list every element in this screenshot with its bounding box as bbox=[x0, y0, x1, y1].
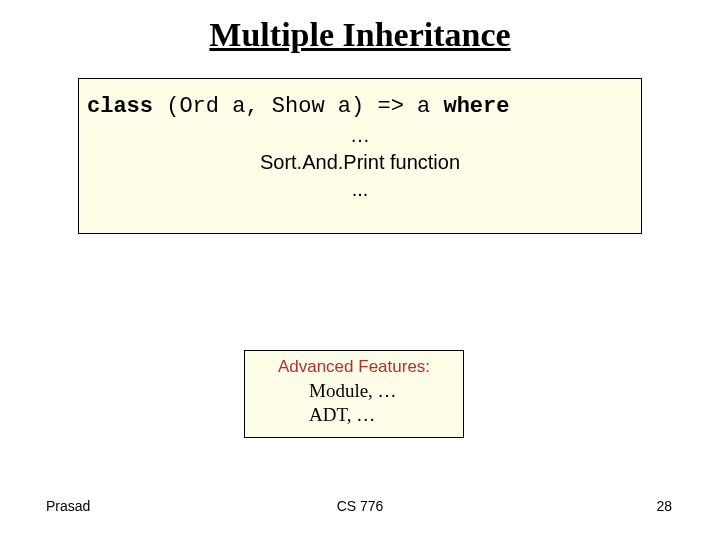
class-constraint: (Ord a, Show a) => a bbox=[153, 94, 443, 119]
ellipsis-line-1: … bbox=[87, 122, 633, 149]
features-heading: Advanced Features: bbox=[255, 357, 453, 377]
slide-title: Multiple Inheritance bbox=[0, 0, 720, 54]
function-name-line: Sort.And.Print function bbox=[87, 149, 633, 176]
ellipsis-line-2: ... bbox=[87, 176, 633, 203]
keyword-class: class bbox=[87, 94, 153, 119]
keyword-where: where bbox=[443, 94, 509, 119]
features-item: ADT, … bbox=[255, 403, 453, 427]
footer-course: CS 776 bbox=[0, 498, 720, 514]
code-box: class (Ord a, Show a) => a where … Sort.… bbox=[78, 78, 642, 234]
features-box: Advanced Features: Module, … ADT, … bbox=[244, 350, 464, 438]
footer-page-number: 28 bbox=[656, 498, 672, 514]
class-declaration: class (Ord a, Show a) => a where bbox=[87, 93, 633, 122]
features-item: Module, … bbox=[255, 379, 453, 403]
